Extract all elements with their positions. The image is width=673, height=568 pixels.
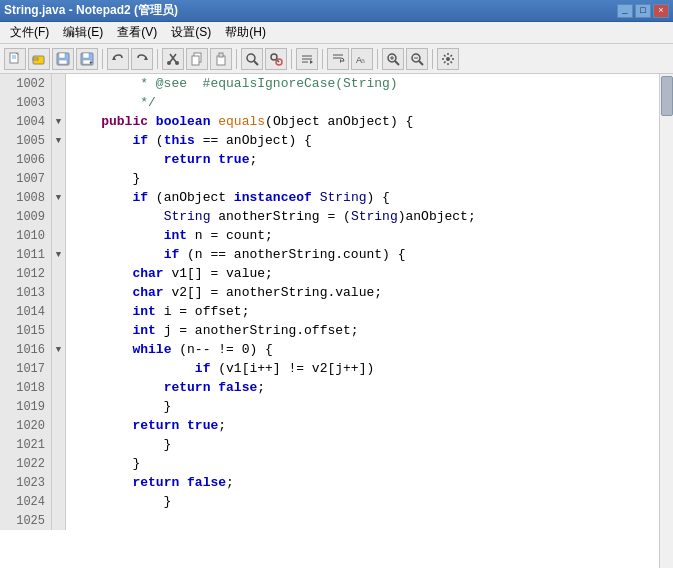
code-line-1023: 1023 return false; (0, 473, 673, 492)
line-number: 1002 (0, 74, 52, 93)
undo-button[interactable] (107, 48, 129, 70)
maximize-button[interactable]: □ (635, 4, 651, 18)
goto-button[interactable] (296, 48, 318, 70)
saveas-button[interactable]: + (76, 48, 98, 70)
fold-button (52, 169, 66, 188)
code-text: if (this == anObject) { (66, 131, 673, 150)
zoomout-button[interactable] (406, 48, 428, 70)
code-line-1022: 1022 } (0, 454, 673, 473)
code-text: } (66, 169, 673, 188)
scrollbar-thumb[interactable] (661, 76, 673, 116)
fold-button (52, 435, 66, 454)
menu-view[interactable]: 查看(V) (111, 22, 163, 43)
code-line-1020: 1020 return true; (0, 416, 673, 435)
line-number: 1013 (0, 283, 52, 302)
code-line-1009: 1009 String anotherString = (String)anOb… (0, 207, 673, 226)
code-text: return false; (66, 378, 673, 397)
save-button[interactable] (52, 48, 74, 70)
fold-button (52, 74, 66, 93)
code-text: char v1[] = value; (66, 264, 673, 283)
window-controls[interactable]: _ □ × (617, 4, 669, 18)
menu-edit[interactable]: 编辑(E) (57, 22, 109, 43)
svg-marker-30 (310, 60, 313, 64)
fold-button[interactable]: ▼ (52, 131, 66, 150)
code-text: } (66, 454, 673, 473)
code-text: int j = anotherString.offset; (66, 321, 673, 340)
menu-help[interactable]: 帮助(H) (219, 22, 272, 43)
line-number: 1006 (0, 150, 52, 169)
fold-button[interactable]: ▼ (52, 188, 66, 207)
close-button[interactable]: × (653, 4, 669, 18)
code-line-1004: 1004▼ public boolean equals(Object anObj… (0, 112, 673, 131)
new-button[interactable] (4, 48, 26, 70)
line-number: 1022 (0, 454, 52, 473)
fold-button (52, 321, 66, 340)
code-text: return false; (66, 473, 673, 492)
line-number: 1024 (0, 492, 52, 511)
code-line-1007: 1007 } (0, 169, 673, 188)
code-line-1016: 1016▼ while (n-- != 0) { (0, 340, 673, 359)
line-number: 1004 (0, 112, 52, 131)
code-text: * @see #equalsIgnoreCase(String) (66, 74, 673, 93)
code-editor[interactable]: 1002 * @see #equalsIgnoreCase(String)100… (0, 74, 673, 568)
fold-button[interactable]: ▼ (52, 112, 66, 131)
line-number: 1003 (0, 93, 52, 112)
menu-settings[interactable]: 设置(S) (165, 22, 217, 43)
redo-button[interactable] (131, 48, 153, 70)
menu-file[interactable]: 文件(F) (4, 22, 55, 43)
code-line-1015: 1015 int j = anotherString.offset; (0, 321, 673, 340)
code-line-1002: 1002 * @see #equalsIgnoreCase(String) (0, 74, 673, 93)
vertical-scrollbar[interactable] (659, 74, 673, 568)
toolbar: + Aa (0, 44, 673, 74)
wordwrap-button[interactable] (327, 48, 349, 70)
line-number: 1009 (0, 207, 52, 226)
copy-button[interactable] (186, 48, 208, 70)
svg-point-43 (446, 57, 450, 61)
zoomin-button[interactable] (382, 48, 404, 70)
title-bar: String.java - Notepad2 (管理员) _ □ × (0, 0, 673, 22)
fold-button (52, 207, 66, 226)
line-number: 1020 (0, 416, 52, 435)
code-text: int n = count; (66, 226, 673, 245)
separator-7 (432, 49, 433, 69)
code-line-1021: 1021 } (0, 435, 673, 454)
separator-3 (236, 49, 237, 69)
fold-button[interactable]: ▼ (52, 340, 66, 359)
settings-button[interactable] (437, 48, 459, 70)
fold-button[interactable]: ▼ (52, 245, 66, 264)
encoding-button[interactable]: Aa (351, 48, 373, 70)
svg-line-23 (254, 61, 258, 65)
code-scroll-area[interactable]: 1002 * @see #equalsIgnoreCase(String)100… (0, 74, 673, 568)
menu-bar: 文件(F) 编辑(E) 查看(V) 设置(S) 帮助(H) (0, 22, 673, 44)
find-button[interactable] (241, 48, 263, 70)
code-text: } (66, 435, 673, 454)
code-text: public boolean equals(Object anObject) { (66, 112, 673, 131)
line-number: 1014 (0, 302, 52, 321)
fold-button (52, 150, 66, 169)
fold-button (52, 93, 66, 112)
paste-button[interactable] (210, 48, 232, 70)
code-line-1010: 1010 int n = count; (0, 226, 673, 245)
line-number: 1016 (0, 340, 52, 359)
code-text: } (66, 492, 673, 511)
open-button[interactable] (28, 48, 50, 70)
code-line-1024: 1024 } (0, 492, 673, 511)
line-number: 1010 (0, 226, 52, 245)
replace-button[interactable] (265, 48, 287, 70)
line-number: 1015 (0, 321, 52, 340)
fold-button (52, 397, 66, 416)
line-number: 1018 (0, 378, 52, 397)
fold-button (52, 302, 66, 321)
svg-line-41 (419, 61, 423, 65)
svg-rect-21 (219, 53, 223, 57)
code-text: String anotherString = (String)anObject; (66, 207, 673, 226)
cut-button[interactable] (162, 48, 184, 70)
minimize-button[interactable]: _ (617, 4, 633, 18)
code-line-1012: 1012 char v1[] = value; (0, 264, 673, 283)
separator-6 (377, 49, 378, 69)
code-line-1025: 1025 (0, 511, 673, 530)
separator-4 (291, 49, 292, 69)
svg-marker-33 (340, 59, 342, 63)
code-text: } (66, 397, 673, 416)
fold-button (52, 226, 66, 245)
